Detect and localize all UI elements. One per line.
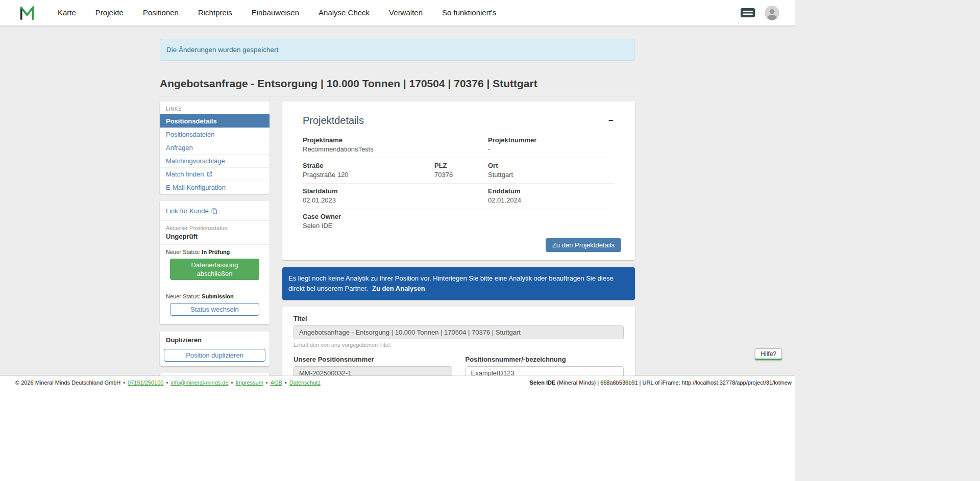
footer-link-email[interactable]: info@mineral-minds.de [170, 379, 228, 386]
sidebar-item-label: Positionsdateien [166, 131, 214, 138]
position-number-label: Positionsnummer/-bezeichnung [465, 356, 624, 363]
external-link-icon [207, 171, 212, 177]
switch-status-button[interactable]: Status wechseln [170, 303, 259, 316]
project-row-1: Projektname RecommendationsTests Projekt… [303, 133, 615, 158]
nav-item-richtpreis[interactable]: Richtpreis [188, 0, 242, 26]
project-details-rows: Projektname RecommendationsTests Projekt… [282, 133, 635, 234]
nav-item-so-funktionierts[interactable]: So funktioniert's [432, 0, 506, 26]
help-button[interactable]: Hilfe? [755, 348, 782, 360]
mineral-minds-logo[interactable] [19, 6, 35, 20]
session-details: (Mineral Minds) | 668a6b536b91 | URL of … [555, 379, 792, 386]
nav-item-analyse-check[interactable]: Analyse Check [309, 0, 379, 26]
sidebar-item-label: Match finden [166, 170, 204, 178]
go-to-project-details-button[interactable]: Zu den Projektdetails [546, 238, 621, 252]
our-position-number-label: Unsere Positionsnummer [293, 356, 452, 363]
separator-dot [163, 379, 170, 386]
customer-link[interactable]: Link für Kunde [166, 207, 217, 215]
copyright-text: © 2026 Mineral Minds Deutschland GmbH [15, 379, 120, 386]
separator-dot [229, 379, 236, 386]
next-status-prefix: Neuer Status: [166, 293, 200, 299]
nav-right-controls [740, 6, 779, 20]
duplicate-position-button[interactable]: Position duplizieren [164, 349, 265, 362]
sidebar-item-label: Matchingvorschläge [166, 157, 225, 165]
field-startdatum: Startdatum 02.01.2023 [303, 187, 434, 204]
nav-item-einbauweisen[interactable]: Einbauweisen [242, 0, 309, 26]
project-details-header: Projektdetails − [282, 102, 635, 133]
sidebar-item-anfragen[interactable]: Anfragen [160, 141, 270, 154]
field-projektnummer: Projektnummer - [488, 136, 615, 153]
next-status-group-2: Neuer Status: Submission Status wechseln [160, 289, 270, 324]
project-row-4: Case Owner Selen IDE [303, 209, 615, 234]
main-layout: LINKS Positionsdetails Positionsdateien … [160, 102, 635, 389]
project-details-title: Projektdetails [303, 115, 364, 126]
project-details-card: Projektdetails − Projektname Recommendat… [282, 102, 635, 260]
footer-link-agb[interactable]: AGB [271, 379, 282, 386]
nav-item-projekte[interactable]: Projekte [86, 0, 133, 26]
duplicate-card: Duplizieren Position duplizieren [160, 332, 270, 366]
field-projektname: Projektname RecommendationsTests [303, 136, 434, 153]
sidebar-links-card: LINKS Positionsdetails Positionsdateien … [160, 102, 270, 194]
outside-iframe-area [795, 0, 980, 481]
customer-link-row: Link für Kunde [160, 201, 270, 220]
titel-helper: Erhält den von uns vorgegebenen Titel. [293, 342, 624, 348]
nav-item-karte[interactable]: Karte [48, 0, 86, 26]
status-card: Link für Kunde Aktueller Positionsstatus… [160, 201, 270, 324]
next-status-prefix: Neuer Status: [166, 249, 200, 255]
separator-dot [120, 379, 128, 386]
field-strasse: Straße Pragstraße 120 [303, 162, 434, 179]
sidebar-item-positionsdetails[interactable]: Positionsdetails [160, 114, 270, 128]
copy-icon [211, 208, 217, 214]
sidebar: LINKS Positionsdetails Positionsdateien … [160, 102, 270, 389]
field-plz: PLZ 70376 [434, 162, 488, 179]
top-nav: Karte Projekte Positionen Richtpreis Ein… [0, 0, 795, 26]
session-user: Selen IDE [530, 379, 556, 386]
analytics-banner-text: Es liegt noch keine Analytik zu Ihrer Po… [288, 274, 614, 292]
titel-label: Titel [293, 315, 624, 322]
next-status-text: Neuer Status: In Prüfung [166, 249, 263, 255]
sidebar-item-matchingvorschlaege[interactable]: Matchingvorschläge [160, 154, 270, 167]
footer-link-phone[interactable]: 07151/250100 [128, 379, 163, 386]
account-avatar[interactable] [765, 6, 779, 20]
server-icon[interactable] [740, 8, 755, 18]
finish-data-entry-button[interactable]: Datenerfassung abschließen [170, 259, 259, 280]
nav-item-verwalten[interactable]: Verwalten [379, 0, 432, 26]
page-title: Angebotsanfrage - Entsorgung | 10.000 To… [160, 78, 635, 90]
footer-left: © 2026 Mineral Minds Deutschland GmbH071… [15, 379, 321, 386]
sidebar-item-label: Anfragen [166, 144, 193, 151]
project-row-3: Startdatum 02.01.2023 Enddatum 02.01.202… [303, 184, 615, 209]
separator-dot [282, 379, 289, 386]
saved-alert: Die Änderungen wurden gespeichert [160, 39, 635, 61]
next-status-text: Neuer Status: Submission [166, 293, 263, 299]
main-column: Projektdetails − Projektname Recommendat… [282, 102, 635, 389]
field-case-owner: Case Owner Selen IDE [303, 213, 434, 230]
next-status-group-1: Neuer Status: In Prüfung Datenerfassung … [160, 244, 270, 289]
app-viewport: Karte Projekte Positionen Richtpreis Ein… [0, 0, 795, 389]
collapse-icon[interactable]: − [607, 116, 615, 125]
logo-mark-icon [19, 6, 35, 20]
field-ort: Ort Stuttgart [488, 162, 615, 179]
nav-item-positionen[interactable]: Positionen [133, 0, 188, 26]
project-details-footer: Zu den Projektdetails [282, 234, 635, 260]
current-status-value: Ungeprüft [166, 233, 263, 240]
sidebar-item-label: E-Mail Konfiguration [166, 184, 226, 191]
titel-input [293, 325, 624, 339]
page-content: Die Änderungen wurden gespeichert Angebo… [160, 39, 635, 389]
next-status-value: In Prüfung [202, 249, 230, 255]
sidebar-item-positionsdateien[interactable]: Positionsdateien [160, 128, 270, 141]
footer-session-info: Selen IDE (Mineral Minds) | 668a6b536b91… [530, 379, 792, 386]
customer-link-label: Link für Kunde [166, 207, 209, 215]
sidebar-item-match-finden[interactable]: Match finden [160, 167, 270, 181]
current-status-label: Aktueller Positionsstatus: [166, 225, 263, 231]
sidebar-item-email-konfiguration[interactable]: E-Mail Konfiguration [160, 181, 270, 194]
footer-link-impressum[interactable]: Impressum [235, 379, 263, 386]
person-icon [765, 6, 779, 20]
go-to-analyses-link[interactable]: Zu den Analysen [372, 285, 425, 292]
footer-link-datenschutz[interactable]: Datenschutz [289, 379, 321, 386]
next-status-value: Submission [202, 293, 233, 299]
duplicate-title: Duplizieren [160, 332, 270, 345]
sidebar-item-label: Positionsdetails [166, 117, 217, 125]
title-divider [160, 96, 635, 96]
footer: © 2026 Mineral Minds Deutschland GmbH071… [0, 376, 795, 389]
current-status-group: Aktueller Positionsstatus: Ungeprüft [160, 220, 270, 244]
project-row-2: Straße Pragstraße 120 PLZ 70376 Ort Stut… [303, 158, 615, 184]
